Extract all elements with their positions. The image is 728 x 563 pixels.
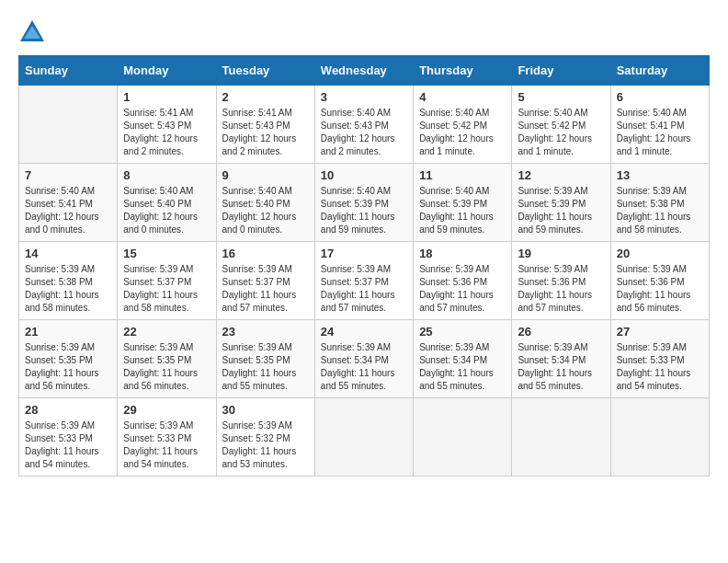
calendar-cell: 24Sunrise: 5:39 AM Sunset: 5:34 PM Dayli… (314, 320, 413, 398)
logo-icon (18, 18, 46, 46)
calendar-week-5: 28Sunrise: 5:39 AM Sunset: 5:33 PM Dayli… (19, 398, 710, 477)
day-number: 15 (123, 247, 210, 260)
calendar-cell: 22Sunrise: 5:39 AM Sunset: 5:35 PM Dayli… (118, 320, 216, 398)
logo (18, 18, 50, 46)
calendar-cell: 13Sunrise: 5:39 AM Sunset: 5:38 PM Dayli… (610, 164, 709, 242)
day-number: 26 (518, 325, 604, 339)
day-info: Sunrise: 5:39 AM Sunset: 5:36 PM Dayligh… (419, 263, 506, 315)
calendar-week-2: 7Sunrise: 5:40 AM Sunset: 5:41 PM Daylig… (19, 164, 710, 242)
day-number: 22 (123, 325, 210, 339)
day-number: 20 (617, 247, 703, 260)
day-info: Sunrise: 5:39 AM Sunset: 5:33 PM Dayligh… (123, 419, 210, 471)
calendar-cell: 10Sunrise: 5:40 AM Sunset: 5:39 PM Dayli… (314, 164, 413, 242)
day-number: 4 (419, 90, 506, 104)
day-info: Sunrise: 5:39 AM Sunset: 5:37 PM Dayligh… (222, 263, 309, 315)
calendar-cell (414, 398, 512, 477)
day-number: 24 (321, 325, 407, 339)
day-number: 28 (25, 403, 111, 417)
calendar-cell: 14Sunrise: 5:39 AM Sunset: 5:38 PM Dayli… (19, 242, 118, 320)
day-info: Sunrise: 5:39 AM Sunset: 5:39 PM Dayligh… (518, 185, 604, 236)
calendar-cell: 16Sunrise: 5:39 AM Sunset: 5:37 PM Dayli… (216, 242, 314, 320)
day-number: 5 (518, 90, 604, 104)
calendar-cell: 3Sunrise: 5:40 AM Sunset: 5:43 PM Daylig… (314, 86, 413, 164)
calendar-cell: 2Sunrise: 5:41 AM Sunset: 5:43 PM Daylig… (216, 86, 314, 164)
calendar-cell (314, 398, 413, 477)
day-info: Sunrise: 5:39 AM Sunset: 5:34 PM Dayligh… (419, 341, 506, 393)
calendar-cell: 26Sunrise: 5:39 AM Sunset: 5:34 PM Dayli… (512, 320, 610, 398)
day-info: Sunrise: 5:39 AM Sunset: 5:35 PM Dayligh… (123, 341, 210, 393)
day-info: Sunrise: 5:40 AM Sunset: 5:41 PM Dayligh… (617, 107, 703, 158)
day-number: 18 (419, 247, 506, 260)
day-number: 30 (222, 403, 309, 417)
calendar-week-1: 1Sunrise: 5:41 AM Sunset: 5:43 PM Daylig… (19, 86, 710, 164)
calendar-cell: 18Sunrise: 5:39 AM Sunset: 5:36 PM Dayli… (414, 242, 512, 320)
day-number: 7 (25, 168, 111, 182)
day-info: Sunrise: 5:41 AM Sunset: 5:43 PM Dayligh… (222, 107, 309, 158)
calendar-cell: 11Sunrise: 5:40 AM Sunset: 5:39 PM Dayli… (414, 164, 512, 242)
day-number: 3 (321, 90, 407, 104)
day-info: Sunrise: 5:39 AM Sunset: 5:38 PM Dayligh… (617, 185, 703, 236)
calendar-header-row: SundayMondayTuesdayWednesdayThursdayFrid… (19, 56, 710, 86)
page-header (18, 18, 710, 46)
header-day-wednesday: Wednesday (314, 56, 413, 86)
day-number: 9 (222, 168, 309, 182)
calendar-cell: 23Sunrise: 5:39 AM Sunset: 5:35 PM Dayli… (216, 320, 314, 398)
day-info: Sunrise: 5:40 AM Sunset: 5:43 PM Dayligh… (321, 107, 407, 158)
calendar-cell: 4Sunrise: 5:40 AM Sunset: 5:42 PM Daylig… (414, 86, 512, 164)
day-info: Sunrise: 5:40 AM Sunset: 5:41 PM Dayligh… (25, 185, 111, 236)
calendar-cell: 5Sunrise: 5:40 AM Sunset: 5:42 PM Daylig… (512, 86, 610, 164)
calendar-cell: 12Sunrise: 5:39 AM Sunset: 5:39 PM Dayli… (512, 164, 610, 242)
day-number: 17 (321, 247, 407, 260)
header-day-tuesday: Tuesday (216, 56, 314, 86)
day-info: Sunrise: 5:39 AM Sunset: 5:35 PM Dayligh… (25, 341, 111, 393)
calendar-cell: 7Sunrise: 5:40 AM Sunset: 5:41 PM Daylig… (19, 164, 118, 242)
day-number: 12 (518, 168, 604, 182)
day-info: Sunrise: 5:39 AM Sunset: 5:33 PM Dayligh… (617, 341, 703, 393)
day-number: 11 (419, 168, 506, 182)
day-number: 13 (617, 168, 703, 182)
calendar-cell: 15Sunrise: 5:39 AM Sunset: 5:37 PM Dayli… (118, 242, 216, 320)
day-number: 19 (518, 247, 604, 260)
day-number: 6 (617, 90, 703, 104)
day-number: 1 (123, 90, 210, 104)
calendar-cell: 6Sunrise: 5:40 AM Sunset: 5:41 PM Daylig… (610, 86, 709, 164)
calendar-cell (610, 398, 709, 477)
calendar-cell (512, 398, 610, 477)
calendar-cell: 9Sunrise: 5:40 AM Sunset: 5:40 PM Daylig… (216, 164, 314, 242)
header-day-monday: Monday (118, 56, 216, 86)
day-info: Sunrise: 5:40 AM Sunset: 5:40 PM Dayligh… (123, 185, 210, 236)
day-number: 2 (222, 90, 309, 104)
day-info: Sunrise: 5:40 AM Sunset: 5:42 PM Dayligh… (419, 107, 506, 158)
calendar-cell: 29Sunrise: 5:39 AM Sunset: 5:33 PM Dayli… (118, 398, 216, 477)
day-number: 21 (25, 325, 111, 339)
day-info: Sunrise: 5:40 AM Sunset: 5:42 PM Dayligh… (518, 107, 604, 158)
header-day-sunday: Sunday (19, 56, 118, 86)
day-info: Sunrise: 5:39 AM Sunset: 5:35 PM Dayligh… (222, 341, 309, 393)
calendar-cell (19, 86, 118, 164)
day-number: 29 (123, 403, 210, 417)
day-info: Sunrise: 5:39 AM Sunset: 5:34 PM Dayligh… (518, 341, 604, 393)
calendar-week-4: 21Sunrise: 5:39 AM Sunset: 5:35 PM Dayli… (19, 320, 710, 398)
day-number: 25 (419, 325, 506, 339)
calendar-cell: 20Sunrise: 5:39 AM Sunset: 5:36 PM Dayli… (610, 242, 709, 320)
calendar-week-3: 14Sunrise: 5:39 AM Sunset: 5:38 PM Dayli… (19, 242, 710, 320)
day-info: Sunrise: 5:39 AM Sunset: 5:38 PM Dayligh… (25, 263, 111, 315)
calendar-cell: 21Sunrise: 5:39 AM Sunset: 5:35 PM Dayli… (19, 320, 118, 398)
calendar-cell: 1Sunrise: 5:41 AM Sunset: 5:43 PM Daylig… (118, 86, 216, 164)
calendar-table: SundayMondayTuesdayWednesdayThursdayFrid… (18, 55, 710, 477)
day-info: Sunrise: 5:39 AM Sunset: 5:36 PM Dayligh… (617, 263, 703, 315)
calendar-cell: 28Sunrise: 5:39 AM Sunset: 5:33 PM Dayli… (19, 398, 118, 477)
day-info: Sunrise: 5:39 AM Sunset: 5:34 PM Dayligh… (321, 341, 407, 393)
day-number: 8 (123, 168, 210, 182)
day-info: Sunrise: 5:39 AM Sunset: 5:37 PM Dayligh… (321, 263, 407, 315)
day-number: 10 (321, 168, 407, 182)
calendar-cell: 17Sunrise: 5:39 AM Sunset: 5:37 PM Dayli… (314, 242, 413, 320)
day-info: Sunrise: 5:39 AM Sunset: 5:33 PM Dayligh… (25, 419, 111, 471)
calendar-cell: 19Sunrise: 5:39 AM Sunset: 5:36 PM Dayli… (512, 242, 610, 320)
header-day-thursday: Thursday (414, 56, 512, 86)
day-number: 23 (222, 325, 309, 339)
day-info: Sunrise: 5:41 AM Sunset: 5:43 PM Dayligh… (123, 107, 210, 158)
day-info: Sunrise: 5:40 AM Sunset: 5:40 PM Dayligh… (222, 185, 309, 236)
day-info: Sunrise: 5:39 AM Sunset: 5:37 PM Dayligh… (123, 263, 210, 315)
calendar-cell: 25Sunrise: 5:39 AM Sunset: 5:34 PM Dayli… (414, 320, 512, 398)
